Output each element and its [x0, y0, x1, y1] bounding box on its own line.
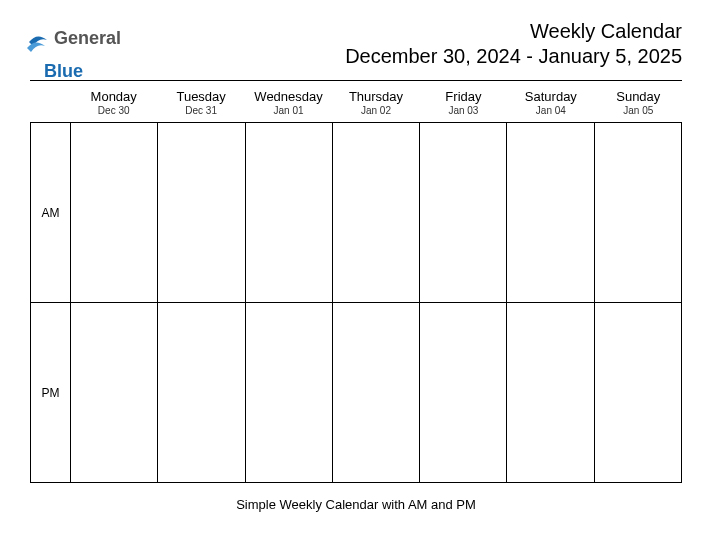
day-header: Friday Jan 03 [420, 89, 507, 116]
page-title: Weekly Calendar [345, 20, 682, 43]
calendar-cell [71, 123, 158, 303]
calendar-cell [158, 123, 245, 303]
day-header: Wednesday Jan 01 [245, 89, 332, 116]
footer-caption: Simple Weekly Calendar with AM and PM [30, 497, 682, 512]
calendar: Monday Dec 30 Tuesday Dec 31 Wednesday J… [30, 80, 682, 483]
calendar-cell [245, 303, 332, 483]
logo-text-general: General [54, 28, 121, 48]
logo-text-blue: Blue [44, 61, 83, 81]
calendar-cell [507, 123, 594, 303]
day-date: Jan 04 [507, 105, 594, 116]
day-name: Monday [70, 89, 157, 104]
calendar-cell [71, 303, 158, 483]
day-date: Jan 01 [245, 105, 332, 116]
calendar-cell [594, 303, 681, 483]
row-label-am: AM [31, 123, 71, 303]
calendar-cell [332, 123, 419, 303]
day-name: Thursday [332, 89, 419, 104]
row-label-pm: PM [31, 303, 71, 483]
calendar-cell [420, 303, 507, 483]
day-header: Tuesday Dec 31 [157, 89, 244, 116]
calendar-cell [507, 303, 594, 483]
day-date: Dec 30 [70, 105, 157, 116]
day-header: Thursday Jan 02 [332, 89, 419, 116]
calendar-grid: AM PM [30, 122, 682, 483]
calendar-cell [420, 123, 507, 303]
day-name: Friday [420, 89, 507, 104]
day-header: Sunday Jan 05 [595, 89, 682, 116]
logo: General Blue [30, 20, 121, 70]
calendar-cell [158, 303, 245, 483]
day-date: Dec 31 [157, 105, 244, 116]
day-name: Sunday [595, 89, 682, 104]
day-header: Monday Dec 30 [70, 89, 157, 116]
date-range: December 30, 2024 - January 5, 2025 [345, 45, 682, 68]
day-date: Jan 02 [332, 105, 419, 116]
calendar-cell [245, 123, 332, 303]
calendar-cell [594, 123, 681, 303]
day-name: Tuesday [157, 89, 244, 104]
day-date: Jan 03 [420, 105, 507, 116]
day-name: Wednesday [245, 89, 332, 104]
day-date: Jan 05 [595, 105, 682, 116]
logo-swoosh-icon [25, 30, 49, 65]
calendar-cell [332, 303, 419, 483]
day-header: Saturday Jan 04 [507, 89, 594, 116]
day-name: Saturday [507, 89, 594, 104]
